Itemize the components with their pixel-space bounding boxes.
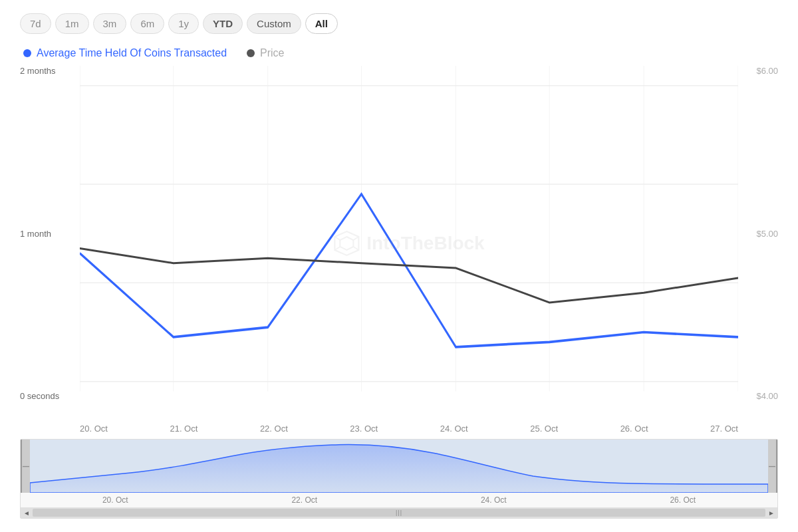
x-label-1: 21. Oct <box>170 424 198 434</box>
btn-1y[interactable]: 1y <box>168 13 199 34</box>
time-range-toolbar: 7d 1m 3m 6m 1y YTD Custom All <box>20 13 778 34</box>
y-axis-right: $6.00 $5.00 $4.00 <box>738 66 778 421</box>
nav-x-label-0: 20. Oct <box>102 495 128 505</box>
x-label-5: 25. Oct <box>530 424 558 434</box>
legend-label-price: Price <box>260 47 284 59</box>
navigator[interactable]: || || 20. Oct 22. Oct 24. Oct <box>20 439 778 519</box>
legend-item-avg-time: Average Time Held Of Coins Transacted <box>23 47 227 59</box>
nav-x-labels: 20. Oct 22. Oct 24. Oct 26. Oct <box>21 495 777 505</box>
scroll-bar[interactable]: ||| <box>33 509 765 517</box>
nav-handle-left-grip: || <box>23 466 30 466</box>
chart-wrapper: 2 months 1 month 0 seconds IntoTh <box>20 66 778 434</box>
x-label-4: 24. Oct <box>440 424 468 434</box>
y-label-4usd: $4.00 <box>738 391 778 401</box>
chart-main: 2 months 1 month 0 seconds IntoTh <box>20 66 778 421</box>
legend-label-avg-time: Average Time Held Of Coins Transacted <box>37 47 227 59</box>
btn-7d[interactable]: 7d <box>20 13 51 34</box>
nav-handle-right-grip: || <box>769 466 776 466</box>
y-label-5usd: $5.00 <box>738 229 778 239</box>
btn-ytd[interactable]: YTD <box>203 13 243 34</box>
x-label-7: 27. Oct <box>710 424 738 434</box>
btn-1m[interactable]: 1m <box>55 13 89 34</box>
btn-all[interactable]: All <box>305 13 338 34</box>
nav-scrollbar[interactable]: ◄ ||| ► <box>21 507 777 518</box>
scroll-grip: ||| <box>396 509 402 516</box>
nav-x-label-2: 24. Oct <box>481 495 507 505</box>
chart-svg-area: IntoTheBlock <box>80 66 738 421</box>
legend-item-price: Price <box>247 47 284 59</box>
scroll-right-arrow[interactable]: ► <box>768 509 775 517</box>
nav-x-label-3: 26. Oct <box>670 495 696 505</box>
x-label-3: 23. Oct <box>350 424 378 434</box>
x-label-6: 26. Oct <box>620 424 648 434</box>
y-label-0sec: 0 seconds <box>20 391 80 401</box>
y-label-6usd: $6.00 <box>738 66 778 76</box>
nav-handle-left[interactable]: || <box>22 440 30 493</box>
legend-dot-dark <box>247 49 255 57</box>
nav-handle-right[interactable]: || <box>768 440 776 493</box>
x-label-2: 22. Oct <box>260 424 288 434</box>
price-line <box>80 248 738 303</box>
btn-3m[interactable]: 3m <box>93 13 127 34</box>
chart-svg <box>80 66 738 421</box>
nav-x-label-1: 22. Oct <box>291 495 317 505</box>
page-container: 7d 1m 3m 6m 1y YTD Custom All Average Ti… <box>0 0 798 532</box>
navigator-selected-region: || || <box>21 440 777 493</box>
y-label-1month: 1 month <box>20 229 80 239</box>
scroll-left-arrow[interactable]: ◄ <box>23 509 30 517</box>
y-axis-left: 2 months 1 month 0 seconds <box>20 66 80 421</box>
x-label-0: 20. Oct <box>80 424 108 434</box>
chart-legend: Average Time Held Of Coins Transacted Pr… <box>20 47 778 59</box>
avg-time-line <box>80 194 738 347</box>
y-label-2months: 2 months <box>20 66 80 76</box>
btn-6m[interactable]: 6m <box>130 13 164 34</box>
navigator-svg <box>30 440 768 493</box>
x-axis: 20. Oct 21. Oct 22. Oct 23. Oct 24. Oct … <box>80 421 738 434</box>
legend-dot-blue <box>23 49 31 57</box>
btn-custom[interactable]: Custom <box>247 13 301 34</box>
